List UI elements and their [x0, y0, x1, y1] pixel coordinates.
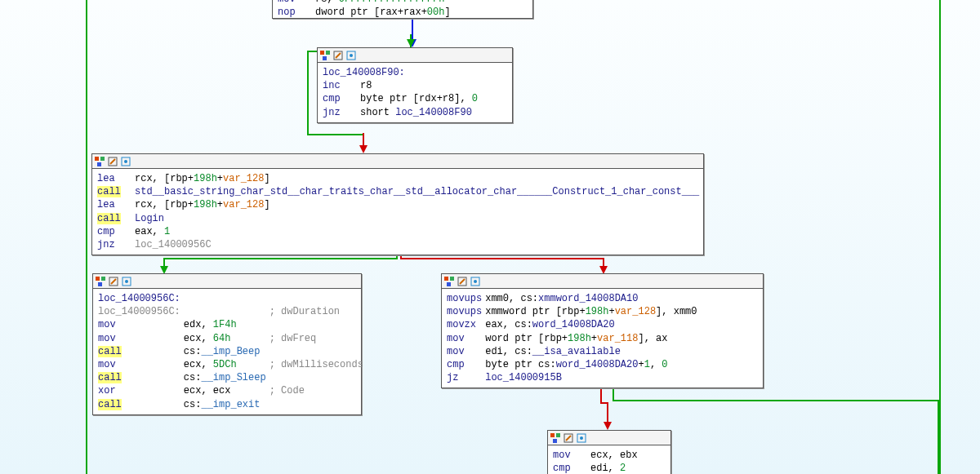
asm-line: movword ptr [rbp+198h+var_118], ax [447, 332, 701, 345]
asm-line: jnzloc_14000956C [97, 238, 702, 251]
svg-rect-8 [97, 162, 101, 166]
asm-block-small[interactable]: movecx, ebxcmpedi, 2 [547, 430, 671, 474]
svg-rect-19 [450, 277, 454, 281]
node-body: learcx, [rbp+198h+var_128]callstd__basic… [92, 169, 703, 255]
svg-rect-13 [101, 277, 105, 281]
svg-rect-24 [550, 433, 555, 437]
node-header [93, 274, 361, 289]
asm-line: callstd__basic_string_char_std__char_tra… [97, 185, 702, 198]
edit-icon [563, 432, 574, 444]
svg-point-5 [350, 54, 353, 57]
svg-rect-26 [553, 439, 557, 443]
svg-rect-1 [326, 51, 330, 55]
asm-line: cmpedi, 2 [553, 462, 641, 474]
asm-line: callcs:__imp_Beep [98, 345, 367, 358]
asm-line: callcs:__imp_Sleep [98, 371, 367, 384]
svg-point-17 [125, 280, 128, 283]
settings-icon [576, 432, 587, 444]
asm-line: nopdword ptr [rax+rax+00h] [278, 6, 454, 19]
loc-label: loc_14000956C: [98, 292, 356, 305]
settings-icon [120, 156, 131, 167]
asm-line: movecx, 5DCh; dwMilliseconds [98, 358, 367, 371]
svg-point-11 [124, 160, 127, 163]
svg-rect-25 [556, 433, 560, 437]
asm-line: callLogin [97, 212, 702, 225]
edge-e-f [600, 383, 649, 430]
settings-icon [345, 50, 357, 61]
svg-rect-20 [447, 282, 451, 286]
asm-line: movupsxmm0, cs:xmmword_14008DA10 [447, 292, 701, 305]
svg-point-29 [580, 436, 583, 440]
asm-line: movupsxmmword ptr [rbp+198h+var_128], xm… [447, 305, 701, 318]
edit-icon [332, 50, 344, 61]
asm-block-loc-14000956C[interactable]: loc_14000956C:loc_14000956C:; dwDuration… [92, 273, 362, 415]
graph-guide-left [86, 0, 87, 474]
asm-line: learcx, [rbp+198h+var_128] [97, 172, 702, 185]
node-header [442, 274, 763, 289]
node-graph-icon [319, 50, 331, 61]
asm-line: movecx, 64h; dwFreq [98, 332, 367, 345]
edit-icon [107, 156, 118, 167]
asm-line: movr8, 0FFFFFFFFFFFFFFFFh [278, 0, 454, 6]
asm-line: loc_14000956C:; dwDuration [98, 305, 367, 318]
node-body: movr8, 0FFFFFFFFFFFFFFFFhnopdword ptr [r… [273, 0, 532, 20]
asm-line: cmpeax, 1 [97, 225, 702, 238]
node-body: movecx, ebxcmpedi, 2 [548, 445, 670, 474]
settings-icon [470, 276, 481, 287]
svg-rect-0 [320, 51, 324, 55]
svg-rect-6 [95, 157, 99, 161]
asm-line: movedi, cs:__isa_available [447, 345, 701, 358]
edit-icon [457, 276, 468, 287]
asm-line: jzloc_14000915B [447, 371, 701, 384]
svg-rect-7 [100, 157, 105, 161]
node-body: loc_140008F90:incr8cmpbyte ptr [rdx+r8],… [318, 63, 512, 122]
node-header [548, 431, 670, 445]
asm-line: learcx, [rbp+198h+var_128] [97, 198, 702, 211]
asm-block-movups[interactable]: movupsxmm0, cs:xmmword_14008DA10movupsxm… [441, 273, 764, 388]
node-graph-icon [443, 276, 455, 287]
asm-line: incr8 [323, 79, 481, 92]
svg-rect-18 [444, 277, 448, 281]
graph-guide-right [939, 0, 941, 474]
svg-point-23 [474, 280, 477, 283]
asm-block-loc-140008F90[interactable]: loc_140008F90:incr8cmpbyte ptr [rdx+r8],… [317, 47, 513, 123]
node-graph-icon [550, 432, 561, 444]
asm-block-login[interactable]: learcx, [rbp+198h+var_128]callstd__basic… [91, 153, 704, 255]
node-graph-icon [95, 276, 106, 287]
asm-line: movecx, ebx [553, 449, 641, 462]
svg-rect-12 [96, 277, 100, 281]
svg-rect-14 [98, 282, 102, 286]
node-body: loc_14000956C:loc_14000956C:; dwDuration… [93, 289, 361, 414]
asm-line: callcs:__imp_exit [98, 398, 367, 411]
node-body: movupsxmm0, cs:xmmword_14008DA10movupsxm… [442, 289, 763, 388]
loc-label: loc_140008F90: [323, 66, 507, 79]
asm-line: movzxeax, cs:word_14008DA20 [447, 318, 701, 331]
svg-rect-2 [323, 56, 327, 60]
node-header [92, 154, 703, 169]
node-header [318, 48, 512, 63]
asm-line: movedx, 1F4h [98, 318, 367, 331]
asm-line: cmpbyte ptr [rdx+r8], 0 [323, 92, 481, 105]
asm-line: cmpbyte ptr cs:word_14008DA20+1, 0 [447, 358, 701, 371]
edge-b-c [359, 133, 368, 153]
node-graph-icon [94, 156, 105, 167]
edit-icon [108, 276, 119, 287]
asm-line: xorecx, ecx; Code [98, 384, 367, 397]
asm-line: jnzshort loc_140008F90 [323, 106, 481, 119]
asm-block-entry[interactable]: movr8, 0FFFFFFFFFFFFFFFFhnopdword ptr [r… [272, 0, 533, 19]
settings-icon [121, 276, 132, 287]
